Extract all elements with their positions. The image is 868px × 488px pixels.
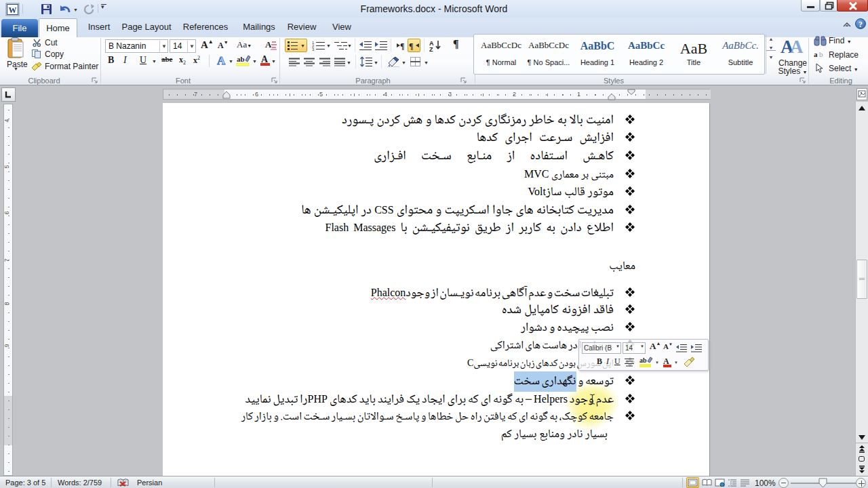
svg-text:Z: Z (429, 46, 433, 52)
svg-text:A: A (265, 39, 272, 49)
svg-text:A: A (790, 37, 804, 57)
svg-text:A: A (663, 357, 669, 366)
svg-text:¶: ¶ (409, 41, 413, 50)
svg-text:ab: ab (237, 55, 245, 63)
svg-text:A: A (261, 54, 269, 64)
svg-text:a: a (814, 50, 818, 58)
svg-text:W: W (9, 5, 17, 15)
svg-text:ab: ab (639, 357, 647, 364)
svg-text:A: A (217, 54, 226, 67)
svg-text:¶: ¶ (400, 41, 404, 50)
svg-text:b: b (819, 50, 823, 58)
svg-text:3: 3 (312, 47, 315, 51)
